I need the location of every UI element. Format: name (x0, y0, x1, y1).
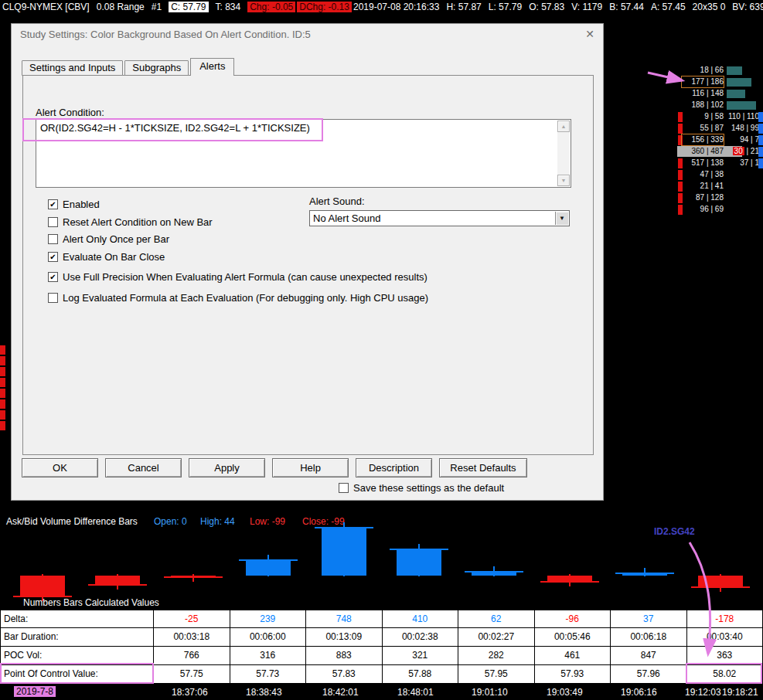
reset-defaults-button[interactable]: Reset Defaults (439, 458, 527, 477)
checkbox-box[interactable]: ✔ (48, 272, 58, 282)
close-icon[interactable]: ✕ (585, 28, 594, 40)
cancel-button[interactable]: Cancel (105, 458, 182, 477)
checkbox-label: Log Evaluated Formula at Each Evaluation… (63, 292, 428, 304)
table-cell: 57.88 (383, 665, 459, 684)
bidask-pair: 517 | 138 (682, 158, 724, 168)
table-cell: 57.93 (535, 665, 611, 684)
bar-open-tick (465, 571, 523, 573)
table-cell: 57.73 (230, 665, 307, 684)
bar-open-tick (88, 584, 147, 586)
time-label: 18:48:01 (397, 687, 434, 698)
checkbox-box[interactable] (48, 217, 58, 227)
chevron-down-icon[interactable]: ▼ (555, 212, 568, 225)
scroll-down-icon[interactable]: ▼ (557, 175, 570, 186)
bar-open-tick (615, 573, 674, 574)
checkbox-box[interactable] (48, 234, 58, 244)
bidask-pair: 87 | 128 (682, 192, 724, 203)
bar-wick (117, 574, 118, 590)
alert-condition-input[interactable]: OR(ID2.SG42=H - 1*TICKSIZE, ID2.SG42=L +… (36, 119, 571, 188)
edge-bar (758, 112, 763, 122)
bidask-pair-secondary: 94 | 7 (725, 134, 759, 145)
row-label: POC Vol: (0, 647, 154, 665)
bidask-pair: 55 | 87 (682, 123, 724, 134)
alerts-panel: Alert Condition: OR(ID2.SG42=H - 1*TICKS… (22, 75, 594, 455)
table-cell: 766 (154, 647, 230, 665)
bidask-pair: 21 | 41 (682, 181, 724, 192)
calculated-values-table: Delta:-2523974841062-9637-178Bar Duratio… (0, 610, 763, 684)
bidask-pair: 96 | 69 (682, 204, 724, 215)
depth-row: 96 | 69 (656, 204, 763, 216)
table-cell: 00:05:46 (535, 628, 611, 647)
tab-settings-and-inputs[interactable]: Settings and Inputs (22, 60, 123, 76)
table-cell: 00:03:40 (687, 628, 763, 647)
edge-bar (758, 135, 763, 145)
checkbox-box[interactable] (48, 293, 58, 303)
table-row: POC Vol:766316883321282461847363 (0, 647, 763, 665)
checkbox-reset-on-new-bar[interactable]: Reset Alert Condition on New Bar (48, 216, 213, 228)
titlebar-field: A: 57.45 (651, 2, 686, 12)
depth-row: 55 | 87148 | 99 (656, 123, 763, 134)
checkbox-enabled[interactable]: ✔ Enabled (48, 199, 100, 210)
edge-bar (758, 147, 763, 157)
checkbox-label: Save these settings as the default (353, 482, 504, 494)
checkbox-box[interactable] (339, 483, 349, 493)
depth-row: 177 | 186 (656, 76, 763, 88)
row-label: Bar Duration: (0, 628, 154, 647)
apply-button[interactable]: Apply (189, 458, 265, 477)
titlebar-field: Chg: -0.05 (247, 2, 295, 12)
table-cell: 57.96 (611, 665, 687, 684)
table-cell: 00:02:38 (383, 628, 459, 647)
bidask-pair-secondary: 37 | 1 (725, 158, 759, 168)
checkbox-alert-once-per-bar[interactable]: Alert Only Once per Bar (48, 233, 169, 245)
calc-values-label: Numbers Bars Calculated Values (23, 597, 159, 608)
dialog-titlebar[interactable]: Study Settings: Color Background Based O… (12, 24, 603, 44)
volume-bar (727, 90, 745, 98)
checkbox-label: Evaluate On Bar Close (63, 251, 165, 263)
scroll-up-icon[interactable]: ▲ (557, 121, 570, 132)
description-button[interactable]: Description (356, 458, 432, 477)
bidask-pair: 18 | 66 (682, 65, 724, 76)
scrollbar[interactable]: ▲ ▼ (557, 121, 570, 186)
table-cell: 57.75 (154, 665, 230, 684)
edge-bar (758, 124, 763, 134)
titlebar-field: L: 57.79 (489, 2, 522, 12)
bidask-pair-secondary: 110 | 110 (725, 111, 759, 122)
alert-sound-select[interactable]: No Alert Sound ▼ (309, 210, 570, 226)
alert-condition-text: OR(ID2.SG42=H - 1*TICKSIZE, ID2.SG42=L +… (36, 120, 557, 187)
diff-bars-chart: Ask/Bid Volume Difference Bars Open: 0 H… (0, 510, 763, 610)
bar-open-tick (540, 581, 599, 583)
bidask-pair: 360 | 487 (682, 146, 724, 157)
alert-sound-value: No Alert Sound (313, 212, 380, 224)
checkbox-log-evaluated-formula[interactable]: Log Evaluated Formula at Each Evaluation… (48, 292, 428, 304)
titlebar-field: DChg: -0.13 (297, 2, 352, 12)
table-cell: 00:02:27 (458, 628, 535, 647)
help-button[interactable]: Help (272, 458, 349, 477)
titlebar-field: C: 57.79 (169, 2, 208, 12)
volume-bar (727, 78, 751, 87)
save-default-checkbox[interactable]: Save these settings as the default (339, 482, 504, 494)
time-label: 19:01:10 (472, 687, 508, 698)
titlebar-field: V: 1179 (571, 2, 602, 12)
chart-title-bar: CLQ9-NYMEX [CBV]0.08 Range#1C: 57.79T: 8… (0, 0, 763, 14)
table-cell: 748 (306, 610, 383, 628)
dialog-title: Study Settings: Color Background Based O… (20, 29, 311, 40)
checkbox-box[interactable]: ✔ (48, 199, 58, 209)
table-cell: 461 (535, 647, 611, 665)
titlebar-field: CLQ9-NYMEX [CBV] (2, 2, 90, 12)
checkbox-full-precision[interactable]: ✔ Use Full Precision When Evaluating Ale… (48, 271, 427, 283)
titlebar-field: O: 57.83 (529, 2, 564, 12)
table-cell: 410 (383, 610, 459, 628)
tab-subgraphs[interactable]: Subgraphs (124, 60, 189, 76)
depth-row: 47 | 38 (656, 169, 763, 181)
checkbox-label: Alert Only Once per Bar (63, 233, 169, 245)
table-cell: 00:06:00 (230, 628, 307, 647)
titlebar-field: #1 (152, 2, 162, 12)
table-row: Bar Duration:00:03:1800:06:0000:13:0900:… (0, 628, 763, 647)
checkbox-box[interactable]: ✔ (48, 252, 58, 262)
ok-button[interactable]: OK (22, 458, 98, 477)
study-settings-dialog: Study Settings: Color Background Based O… (11, 23, 604, 501)
table-cell: 37 (611, 610, 687, 628)
tab-alerts[interactable]: Alerts (190, 58, 234, 76)
checkbox-evaluate-on-bar-close[interactable]: ✔ Evaluate On Bar Close (48, 251, 165, 263)
table-cell: 321 (383, 647, 459, 665)
